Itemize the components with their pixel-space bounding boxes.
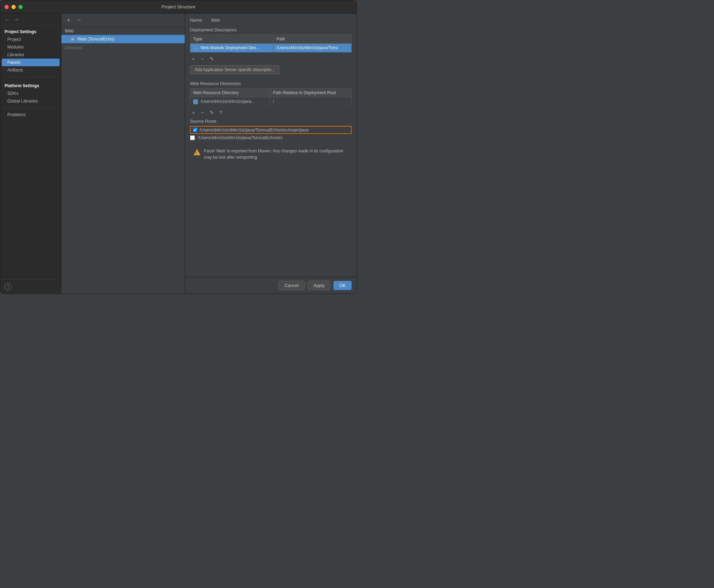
wrd-dir-icon (193, 99, 198, 104)
title-bar: Project Structure (0, 0, 357, 14)
right-content: Name: Web Deployment Descriptors Type Pa… (185, 14, 357, 277)
warning-icon (193, 148, 201, 156)
table-row[interactable]: /Users/d4m1ts/d4m1ts/java... / (190, 97, 352, 106)
web-facet-icon: W (70, 36, 75, 42)
web-resource-dirs-table: Web Resource Directory Path Relative to … (190, 88, 352, 106)
help-button[interactable]: ? (5, 283, 12, 290)
sidebar-item-facets[interactable]: Facets (2, 59, 60, 66)
platform-settings-header: Platform Settings (0, 80, 61, 90)
dd-remove-button[interactable]: − (199, 55, 206, 62)
add-descriptor-button[interactable]: Add Application Server specific descript… (190, 65, 279, 74)
wrd-edit-button[interactable]: ✎ (208, 109, 215, 116)
project-structure-window: Project Structure ← → Project Settings P… (0, 0, 357, 294)
warn-triangle-icon (193, 149, 200, 155)
sidebar-item-artifacts[interactable]: Artifacts (0, 66, 61, 74)
dd-col-path: Path (274, 35, 352, 44)
sidebar-divider-2 (0, 108, 61, 108)
sidebar-item-modules[interactable]: Modules (0, 43, 61, 51)
source-root-label-1: /Users/d4m1ts/d4m1ts/java/TomcatEcho/src… (199, 127, 309, 133)
deployment-descriptors-title: Deployment Descriptors (190, 28, 352, 32)
main-content: ← → Project Settings Project Modules Lib… (0, 14, 357, 294)
minimize-button[interactable] (12, 5, 16, 9)
wrd-help-button[interactable]: ? (217, 109, 224, 116)
wrd-col-dir: Web Resource Directory (190, 88, 270, 97)
source-root-row-2: /Users/d4m1ts/d4m1ts/java/TomcatEcho/src (190, 134, 352, 142)
tree-item-tomcatecho[interactable]: W Web (TomcatEcho) (61, 35, 185, 43)
right-panel: Name: Web Deployment Descriptors Type Pa… (185, 14, 357, 294)
wrd-remove-button[interactable]: − (199, 109, 206, 116)
source-root-checkbox-1[interactable] (193, 128, 197, 132)
project-settings-header: Project Settings (0, 26, 61, 36)
wrd-add-button[interactable]: + (190, 109, 197, 116)
detection-label: Detection (61, 43, 185, 52)
dd-cell-type: Web Module Deployment Des... (190, 44, 274, 53)
maximize-button[interactable] (18, 5, 23, 9)
sidebar-bottom: ? (0, 279, 61, 294)
sidebar: ← → Project Settings Project Modules Lib… (0, 14, 61, 294)
deployment-descriptors-table: Type Path Web Module Deployment Des... /… (190, 35, 352, 53)
sidebar-divider (0, 77, 61, 77)
sidebar-item-problems[interactable]: Problems (0, 111, 61, 119)
tree-root-web[interactable]: Web (61, 27, 185, 35)
cancel-button[interactable]: Cancel (279, 281, 304, 290)
table-row[interactable]: Web Module Deployment Des... /Users/d4m1… (190, 44, 352, 53)
wrd-col-path: Path Relative to Deployment Root (270, 88, 352, 97)
apply-button[interactable]: Apply (307, 281, 331, 290)
ok-button[interactable]: OK (333, 281, 352, 290)
dd-type-icon (193, 46, 198, 51)
name-row: Name: Web (190, 18, 352, 23)
add-facet-button[interactable]: + (65, 16, 73, 24)
wrd-cell-dir: /Users/d4m1ts/d4m1ts/java... (190, 97, 270, 106)
back-arrow[interactable]: ← (5, 16, 10, 23)
source-root-checkbox-2[interactable] (190, 135, 195, 140)
web-resource-dirs-title: Web Resource Directories (190, 81, 352, 86)
bottom-bar: Cancel Apply OK (185, 277, 357, 294)
dd-cell-path: /Users/d4m1ts/d4m1ts/java/Tomc (274, 44, 352, 53)
warning-text: Facet 'Web' is imported from Maven. Any … (204, 148, 349, 160)
spacer-1 (190, 78, 352, 81)
dd-edit-button[interactable]: ✎ (208, 55, 215, 62)
sidebar-item-sdks[interactable]: SDKs (0, 90, 61, 97)
dd-add-button[interactable]: + (190, 55, 197, 62)
middle-panel: + − Web W Web (TomcatEcho) Detection (61, 14, 185, 294)
wrd-cell-path: / (270, 97, 352, 106)
sidebar-item-global-libraries[interactable]: Global Libraries (0, 97, 61, 105)
warning-row: Facet 'Web' is imported from Maven. Any … (190, 145, 352, 163)
nav-arrows: ← → (0, 14, 61, 26)
remove-facet-button[interactable]: − (75, 16, 83, 24)
traffic-lights (5, 5, 23, 9)
window-title: Project Structure (162, 4, 196, 9)
wrd-toolbar: + − ✎ ? (190, 109, 352, 116)
name-label: Name: (190, 18, 207, 23)
name-value: Web (211, 18, 220, 23)
sidebar-item-project[interactable]: Project (0, 36, 61, 43)
dd-toolbar: + − ✎ (190, 55, 352, 62)
dd-col-type: Type (190, 35, 274, 44)
middle-toolbar: + − (61, 14, 185, 27)
source-roots-section: Source Roots /Users/d4m1ts/d4m1ts/java/T… (190, 119, 352, 142)
sidebar-item-libraries[interactable]: Libraries (0, 51, 61, 59)
close-button[interactable] (5, 5, 9, 9)
source-root-label-2: /Users/d4m1ts/d4m1ts/java/TomcatEcho/src (198, 135, 283, 140)
source-root-highlighted-row: /Users/d4m1ts/d4m1ts/java/TomcatEcho/src… (190, 126, 352, 134)
source-roots-title: Source Roots (190, 119, 352, 124)
forward-arrow[interactable]: → (14, 16, 19, 23)
